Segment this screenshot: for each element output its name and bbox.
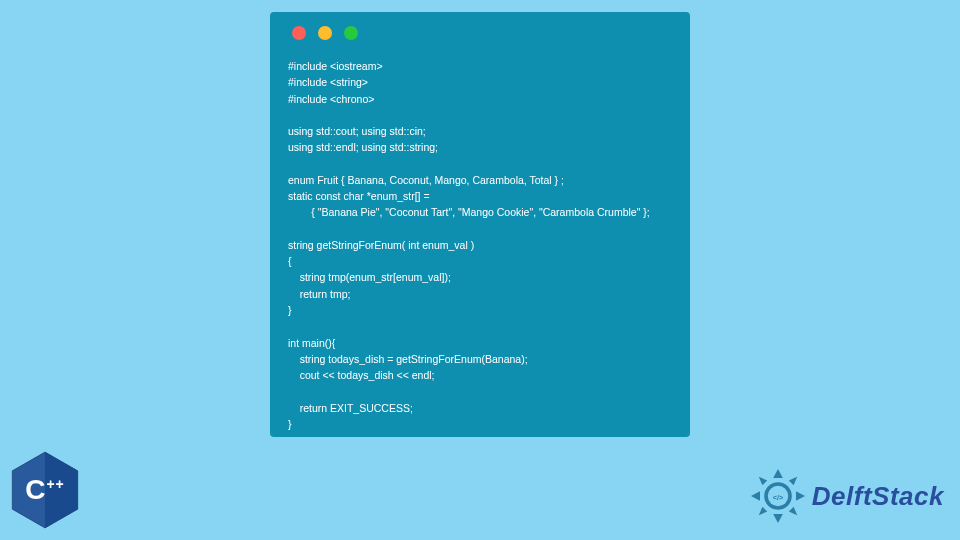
cpp-plusplus: ++: [46, 476, 64, 492]
brand-name: DelftStack: [812, 481, 944, 512]
svg-marker-2: [773, 469, 783, 478]
minimize-icon[interactable]: [318, 26, 332, 40]
gear-icon: </>: [748, 466, 808, 526]
svg-marker-9: [789, 507, 797, 515]
svg-marker-7: [789, 477, 797, 485]
close-icon[interactable]: [292, 26, 306, 40]
svg-marker-5: [796, 491, 805, 501]
svg-marker-8: [759, 507, 767, 515]
window-controls: [292, 26, 672, 40]
delftstack-logo: </> DelftStack: [748, 466, 944, 526]
maximize-icon[interactable]: [344, 26, 358, 40]
cpp-logo-text: C++: [25, 474, 65, 506]
svg-marker-4: [751, 491, 760, 501]
code-block: #include <iostream> #include <string> #i…: [288, 58, 672, 432]
code-window: #include <iostream> #include <string> #i…: [270, 12, 690, 437]
svg-text:</>: </>: [773, 493, 783, 502]
cpp-logo: C++: [0, 440, 90, 540]
brand-name-text: DelftStack: [812, 481, 944, 511]
svg-marker-3: [773, 514, 783, 523]
cpp-letter: C: [25, 474, 46, 505]
svg-marker-6: [759, 477, 767, 485]
